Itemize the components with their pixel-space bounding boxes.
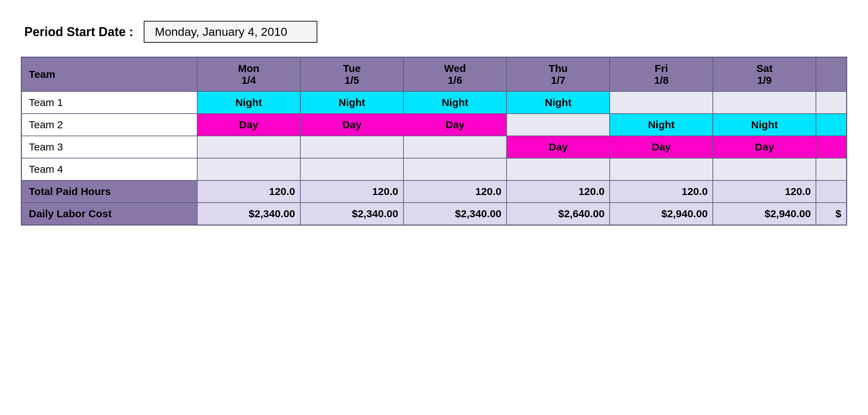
tue-header: Tue 1/5 bbox=[300, 57, 403, 92]
team-2-mon[interactable]: Day bbox=[197, 114, 300, 136]
total-paid-hours-fri: 120.0 bbox=[610, 180, 713, 203]
team-2-partial bbox=[816, 114, 846, 136]
fri-header: Fri 1/8 bbox=[610, 57, 713, 92]
team-4-fri[interactable] bbox=[610, 158, 713, 180]
team-2-tue[interactable]: Day bbox=[300, 114, 403, 136]
period-start-label: Period Start Date : bbox=[24, 25, 133, 39]
partial-header bbox=[816, 57, 846, 92]
team-1-row: Team 1 Night Night Night Night bbox=[22, 91, 847, 114]
sat-day-label: Sat bbox=[757, 63, 773, 74]
header-row: Team Mon 1/4 Tue 1/5 Wed 1/6 Thu 1/7 Fri… bbox=[22, 57, 847, 92]
wed-day-label: Wed bbox=[444, 63, 466, 74]
team-2-name: Team 2 bbox=[22, 114, 197, 136]
team-3-mon[interactable] bbox=[197, 136, 300, 158]
team-3-sat[interactable]: Day bbox=[713, 136, 816, 158]
mon-date-label: 1/4 bbox=[241, 74, 256, 86]
team-4-tue[interactable] bbox=[300, 158, 403, 180]
thu-header: Thu 1/7 bbox=[507, 57, 610, 92]
daily-labor-cost-thu: $2,640.00 bbox=[507, 203, 610, 225]
total-paid-hours-mon: 120.0 bbox=[197, 180, 300, 203]
team-3-tue[interactable] bbox=[300, 136, 403, 158]
team-4-sat[interactable] bbox=[713, 158, 816, 180]
tue-day-label: Tue bbox=[343, 63, 361, 74]
team-4-thu[interactable] bbox=[507, 158, 610, 180]
team-3-fri[interactable]: Day bbox=[610, 136, 713, 158]
team-1-thu[interactable]: Night bbox=[507, 91, 610, 114]
team-1-sat[interactable] bbox=[713, 91, 816, 114]
daily-labor-cost-wed: $2,340.00 bbox=[403, 203, 507, 225]
total-paid-hours-partial bbox=[816, 180, 846, 203]
total-paid-hours-thu: 120.0 bbox=[507, 180, 610, 203]
team-4-mon[interactable] bbox=[197, 158, 300, 180]
team-2-wed[interactable]: Day bbox=[403, 114, 507, 136]
daily-labor-cost-mon: $2,340.00 bbox=[197, 203, 300, 225]
team-2-sat[interactable]: Night bbox=[713, 114, 816, 136]
total-paid-hours-sat: 120.0 bbox=[713, 180, 816, 203]
thu-date-label: 1/7 bbox=[551, 74, 566, 86]
team-4-row: Team 4 bbox=[22, 158, 847, 180]
daily-labor-cost-fri: $2,940.00 bbox=[610, 203, 713, 225]
team-1-name: Team 1 bbox=[22, 91, 197, 114]
total-paid-hours-tue: 120.0 bbox=[300, 180, 403, 203]
team-3-partial bbox=[816, 136, 846, 158]
sat-date-label: 1/9 bbox=[757, 74, 772, 86]
team-4-wed[interactable] bbox=[403, 158, 507, 180]
team-header: Team bbox=[22, 57, 197, 92]
daily-labor-cost-tue: $2,340.00 bbox=[300, 203, 403, 225]
team-3-row: Team 3 Day Day Day bbox=[22, 136, 847, 158]
team-1-mon[interactable]: Night bbox=[197, 91, 300, 114]
team-1-wed[interactable]: Night bbox=[403, 91, 507, 114]
team-3-wed[interactable] bbox=[403, 136, 507, 158]
thu-day-label: Thu bbox=[549, 63, 568, 74]
period-start-value[interactable]: Monday, January 4, 2010 bbox=[144, 21, 317, 43]
daily-labor-cost-sat: $2,940.00 bbox=[713, 203, 816, 225]
team-4-partial bbox=[816, 158, 846, 180]
team-2-fri[interactable]: Night bbox=[610, 114, 713, 136]
total-paid-hours-label: Total Paid Hours bbox=[22, 180, 197, 203]
wed-date-label: 1/6 bbox=[448, 74, 462, 86]
fri-date-label: 1/8 bbox=[654, 74, 669, 86]
daily-labor-cost-row: Daily Labor Cost $2,340.00 $2,340.00 $2,… bbox=[22, 203, 847, 225]
mon-header: Mon 1/4 bbox=[197, 57, 300, 92]
daily-labor-cost-label: Daily Labor Cost bbox=[22, 203, 197, 225]
total-paid-hours-wed: 120.0 bbox=[403, 180, 507, 203]
daily-labor-cost-partial: $ bbox=[816, 203, 846, 225]
team-2-row: Team 2 Day Day Day Night Night bbox=[22, 114, 847, 136]
wed-header: Wed 1/6 bbox=[403, 57, 507, 92]
period-start-row: Period Start Date : Monday, January 4, 2… bbox=[24, 21, 847, 43]
sat-header: Sat 1/9 bbox=[713, 57, 816, 92]
team-4-name: Team 4 bbox=[22, 158, 197, 180]
team-3-thu[interactable]: Day bbox=[507, 136, 610, 158]
team-3-name: Team 3 bbox=[22, 136, 197, 158]
team-1-tue[interactable]: Night bbox=[300, 91, 403, 114]
schedule-table: Team Mon 1/4 Tue 1/5 Wed 1/6 Thu 1/7 Fri… bbox=[21, 57, 847, 226]
team-1-fri[interactable] bbox=[610, 91, 713, 114]
tue-date-label: 1/5 bbox=[345, 74, 359, 86]
fri-day-label: Fri bbox=[655, 63, 668, 74]
team-1-partial bbox=[816, 91, 846, 114]
team-2-thu[interactable] bbox=[507, 114, 610, 136]
mon-day-label: Mon bbox=[238, 63, 259, 74]
total-paid-hours-row: Total Paid Hours 120.0 120.0 120.0 120.0… bbox=[22, 180, 847, 203]
